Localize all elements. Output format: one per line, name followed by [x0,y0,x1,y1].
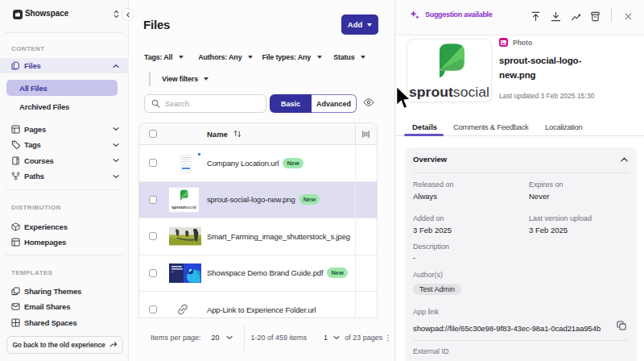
svg-text:sproutsocial: sproutsocial [171,205,196,210]
svg-text:sproutsocial: sproutsocial [409,85,489,100]
